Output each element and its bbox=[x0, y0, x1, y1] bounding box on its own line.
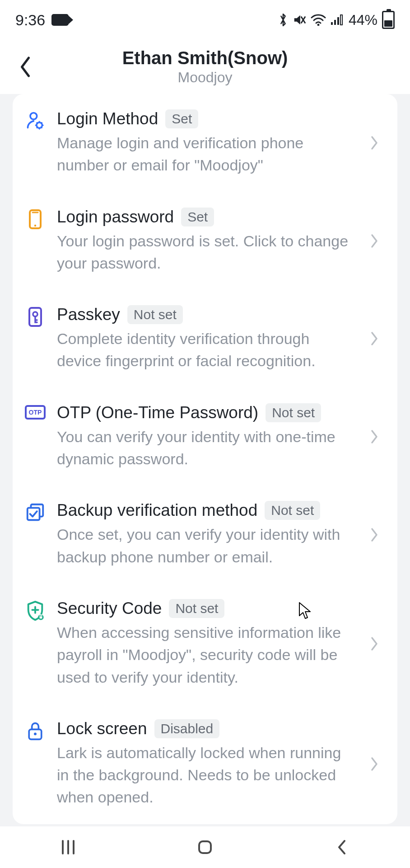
status-badge: Disabled bbox=[154, 719, 220, 738]
item-login-password[interactable]: Login password Set Your login password i… bbox=[13, 192, 397, 290]
page-subtitle: Moodjoy bbox=[0, 69, 410, 86]
chevron-left-icon bbox=[18, 56, 33, 78]
item-description: When accessing sensitive information lik… bbox=[57, 622, 356, 689]
signal-icon bbox=[331, 14, 344, 26]
svg-point-11 bbox=[34, 224, 36, 226]
status-bar: 9:36 44% bbox=[0, 0, 410, 40]
chevron-right-icon bbox=[370, 756, 385, 772]
item-lock-screen[interactable]: Lock screen Disabled Lark is automatical… bbox=[13, 704, 397, 824]
wifi-icon bbox=[311, 14, 326, 26]
camera-icon bbox=[51, 14, 69, 26]
passkey-icon bbox=[23, 305, 47, 328]
bluetooth-icon bbox=[278, 12, 288, 28]
item-title: Passkey bbox=[57, 305, 120, 324]
status-badge: Set bbox=[181, 208, 214, 226]
backup-check-icon bbox=[23, 501, 47, 523]
item-login-method[interactable]: Login Method Set Manage login and verifi… bbox=[13, 94, 397, 192]
status-badge: Not set bbox=[127, 305, 183, 324]
status-left: 9:36 bbox=[15, 11, 69, 29]
item-description: Lark is automatically locked when runnin… bbox=[57, 742, 356, 809]
battery-icon bbox=[382, 11, 395, 29]
svg-rect-27 bbox=[199, 841, 211, 853]
home-button[interactable] bbox=[178, 834, 232, 861]
item-description: Complete identity verification through d… bbox=[57, 328, 356, 373]
system-navbar bbox=[0, 826, 410, 868]
svg-text:OTP: OTP bbox=[29, 409, 42, 416]
chevron-right-icon bbox=[370, 429, 385, 444]
svg-point-23 bbox=[34, 732, 37, 735]
status-time: 9:36 bbox=[15, 11, 45, 29]
page-title: Ethan Smith(Snow) bbox=[0, 48, 410, 68]
svg-rect-6 bbox=[340, 15, 342, 25]
mute-icon bbox=[293, 13, 306, 27]
chevron-right-icon bbox=[370, 636, 385, 651]
chevron-right-icon bbox=[370, 527, 385, 542]
item-title: Security Code bbox=[57, 599, 162, 618]
item-title: Lock screen bbox=[57, 719, 147, 738]
status-badge: Not set bbox=[266, 403, 321, 422]
phone-device-icon bbox=[23, 208, 47, 230]
item-description: Manage login and verification phone numb… bbox=[57, 132, 356, 177]
battery-pct: 44% bbox=[349, 12, 377, 28]
shield-plus-icon bbox=[23, 599, 47, 622]
status-badge: Set bbox=[165, 109, 198, 128]
item-title: Backup verification method bbox=[57, 501, 257, 520]
svg-point-2 bbox=[317, 24, 320, 26]
item-backup-verification[interactable]: Backup verification method Not set Once … bbox=[13, 486, 397, 584]
page-header: Ethan Smith(Snow) Moodjoy bbox=[0, 40, 410, 94]
chevron-right-icon bbox=[370, 233, 385, 249]
lock-icon bbox=[23, 719, 47, 742]
status-badge: Not set bbox=[265, 501, 320, 520]
user-gear-icon bbox=[23, 109, 47, 130]
svg-rect-4 bbox=[334, 20, 336, 25]
item-title: Login Method bbox=[57, 109, 158, 128]
item-otp[interactable]: OTP OTP (One-Time Password) Not set You … bbox=[13, 388, 397, 486]
item-passkey[interactable]: Passkey Not set Complete identity verifi… bbox=[13, 290, 397, 388]
item-title: OTP (One-Time Password) bbox=[57, 403, 258, 422]
svg-rect-5 bbox=[337, 17, 339, 25]
item-description: Your login password is set. Click to cha… bbox=[57, 230, 356, 275]
page-body: Login Method Set Manage login and verifi… bbox=[0, 94, 410, 826]
header-titles: Ethan Smith(Snow) Moodjoy bbox=[0, 48, 410, 86]
svg-rect-21 bbox=[40, 616, 42, 618]
back-button-nav[interactable] bbox=[315, 834, 369, 861]
settings-card: Login Method Set Manage login and verifi… bbox=[13, 94, 397, 824]
svg-point-7 bbox=[30, 113, 37, 120]
item-security-code[interactable]: Security Code Not set When accessing sen… bbox=[13, 584, 397, 704]
item-title: Login password bbox=[57, 208, 174, 226]
status-badge: Not set bbox=[169, 599, 224, 618]
chevron-right-icon bbox=[370, 135, 385, 151]
chevron-right-icon bbox=[370, 331, 385, 346]
status-right: 44% bbox=[278, 11, 395, 29]
recents-button[interactable] bbox=[41, 834, 95, 861]
svg-rect-3 bbox=[331, 22, 333, 25]
otp-icon: OTP bbox=[23, 403, 47, 420]
back-button[interactable] bbox=[12, 53, 39, 80]
item-description: Once set, you can verify your identity w… bbox=[57, 524, 356, 568]
item-description: You can verify your identity with one-ti… bbox=[57, 426, 356, 471]
